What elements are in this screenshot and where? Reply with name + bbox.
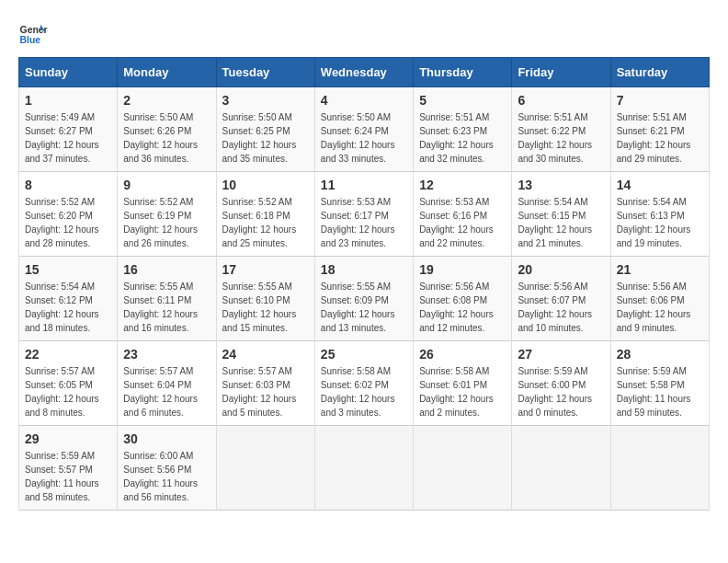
day-info: Sunrise: 5:51 AM Sunset: 6:21 PM Dayligh… [617,110,703,166]
day-info: Sunrise: 5:54 AM Sunset: 6:12 PM Dayligh… [25,280,111,335]
day-header-saturday: Saturday [610,58,709,87]
day-info: Sunrise: 5:57 AM Sunset: 6:03 PM Dayligh… [222,364,309,419]
day-info: Sunrise: 5:56 AM Sunset: 6:07 PM Dayligh… [518,280,604,335]
calendar-table: SundayMondayTuesdayWednesdayThursdayFrid… [18,57,710,511]
calendar-cell: 30 Sunrise: 6:00 AM Sunset: 5:56 PM Dayl… [118,426,216,511]
day-info: Sunrise: 5:57 AM Sunset: 6:05 PM Dayligh… [25,364,111,419]
week-row-4: 22 Sunrise: 5:57 AM Sunset: 6:05 PM Dayl… [19,341,710,426]
day-number: 5 [419,93,506,108]
day-info: Sunrise: 5:53 AM Sunset: 6:16 PM Dayligh… [419,195,506,250]
week-row-1: 1 Sunrise: 5:49 AM Sunset: 6:27 PM Dayli… [19,87,710,172]
calendar-cell: 7 Sunrise: 5:51 AM Sunset: 6:21 PM Dayli… [610,87,709,172]
calendar-cell: 17 Sunrise: 5:55 AM Sunset: 6:10 PM Dayl… [216,257,314,341]
calendar-cell: 14 Sunrise: 5:54 AM Sunset: 6:13 PM Dayl… [610,172,709,257]
svg-text:Blue: Blue [20,35,41,45]
day-header-friday: Friday [512,58,610,87]
day-info: Sunrise: 5:49 AM Sunset: 6:27 PM Dayligh… [25,110,111,166]
day-info: Sunrise: 5:52 AM Sunset: 6:18 PM Dayligh… [222,195,309,250]
calendar-cell: 2 Sunrise: 5:50 AM Sunset: 6:26 PM Dayli… [118,87,216,172]
calendar-cell: 24 Sunrise: 5:57 AM Sunset: 6:03 PM Dayl… [216,341,314,426]
calendar-cell: 28 Sunrise: 5:59 AM Sunset: 5:58 PM Dayl… [610,341,709,426]
day-info: Sunrise: 5:54 AM Sunset: 6:15 PM Dayligh… [518,195,604,250]
day-number: 30 [123,431,210,446]
logo: General Blue [18,18,48,48]
day-number: 16 [123,262,210,277]
day-number: 7 [617,93,703,108]
day-header-thursday: Thursday [414,58,512,87]
day-number: 17 [222,262,309,277]
day-info: Sunrise: 5:50 AM Sunset: 6:25 PM Dayligh… [222,110,309,166]
day-header-tuesday: Tuesday [216,58,314,87]
day-number: 12 [419,178,506,192]
day-number: 28 [617,347,703,362]
day-number: 1 [25,93,111,108]
calendar-cell: 1 Sunrise: 5:49 AM Sunset: 6:27 PM Dayli… [19,87,118,172]
calendar-cell: 25 Sunrise: 5:58 AM Sunset: 6:02 PM Dayl… [314,341,413,426]
day-info: Sunrise: 6:00 AM Sunset: 5:56 PM Dayligh… [123,449,210,504]
day-number: 2 [123,93,210,108]
calendar-body: 1 Sunrise: 5:49 AM Sunset: 6:27 PM Dayli… [19,87,710,511]
day-number: 26 [419,347,506,362]
page-header: General Blue [18,18,710,48]
calendar-cell: 26 Sunrise: 5:58 AM Sunset: 6:01 PM Dayl… [414,341,512,426]
calendar-cell [414,426,512,511]
day-number: 6 [518,93,604,108]
day-number: 10 [222,178,309,192]
day-number: 9 [123,178,210,192]
calendar-cell: 5 Sunrise: 5:51 AM Sunset: 6:23 PM Dayli… [414,87,512,172]
day-number: 4 [321,93,407,108]
week-row-2: 8 Sunrise: 5:52 AM Sunset: 6:20 PM Dayli… [19,172,710,257]
day-number: 22 [25,347,111,362]
day-number: 13 [518,178,604,192]
calendar-cell: 13 Sunrise: 5:54 AM Sunset: 6:15 PM Dayl… [512,172,610,257]
day-number: 27 [518,347,604,362]
calendar-cell: 15 Sunrise: 5:54 AM Sunset: 6:12 PM Dayl… [19,257,118,341]
calendar-cell: 22 Sunrise: 5:57 AM Sunset: 6:05 PM Dayl… [19,341,118,426]
calendar-cell: 21 Sunrise: 5:56 AM Sunset: 6:06 PM Dayl… [610,257,709,341]
calendar-cell: 10 Sunrise: 5:52 AM Sunset: 6:18 PM Dayl… [216,172,314,257]
day-number: 20 [518,262,604,277]
day-header-sunday: Sunday [19,58,118,87]
day-info: Sunrise: 5:51 AM Sunset: 6:22 PM Dayligh… [518,110,604,166]
calendar-cell: 16 Sunrise: 5:55 AM Sunset: 6:11 PM Dayl… [118,257,216,341]
logo-icon: General Blue [18,18,48,48]
day-info: Sunrise: 5:59 AM Sunset: 5:58 PM Dayligh… [617,364,703,419]
day-number: 19 [419,262,506,277]
day-info: Sunrise: 5:58 AM Sunset: 6:02 PM Dayligh… [321,364,407,419]
day-number: 24 [222,347,309,362]
day-number: 18 [321,262,407,277]
day-info: Sunrise: 5:58 AM Sunset: 6:01 PM Dayligh… [419,364,506,419]
calendar-cell: 8 Sunrise: 5:52 AM Sunset: 6:20 PM Dayli… [19,172,118,257]
calendar-cell: 29 Sunrise: 5:59 AM Sunset: 5:57 PM Dayl… [19,426,118,511]
day-info: Sunrise: 5:55 AM Sunset: 6:10 PM Dayligh… [222,280,309,335]
calendar-cell: 4 Sunrise: 5:50 AM Sunset: 6:24 PM Dayli… [314,87,413,172]
day-info: Sunrise: 5:59 AM Sunset: 5:57 PM Dayligh… [25,449,111,504]
calendar-cell: 11 Sunrise: 5:53 AM Sunset: 6:17 PM Dayl… [314,172,413,257]
calendar-cell [610,426,709,511]
day-number: 3 [222,93,309,108]
calendar-cell [314,426,413,511]
day-number: 8 [25,178,111,192]
calendar-cell [512,426,610,511]
day-header-monday: Monday [118,58,216,87]
calendar-cell: 12 Sunrise: 5:53 AM Sunset: 6:16 PM Dayl… [414,172,512,257]
day-number: 11 [321,178,407,192]
day-header-wednesday: Wednesday [314,58,413,87]
calendar-cell: 19 Sunrise: 5:56 AM Sunset: 6:08 PM Dayl… [414,257,512,341]
day-info: Sunrise: 5:56 AM Sunset: 6:06 PM Dayligh… [617,280,703,335]
day-info: Sunrise: 5:53 AM Sunset: 6:17 PM Dayligh… [321,195,407,250]
day-number: 14 [617,178,703,192]
day-info: Sunrise: 5:51 AM Sunset: 6:23 PM Dayligh… [419,110,506,166]
day-number: 23 [123,347,210,362]
day-number: 29 [25,431,111,446]
week-row-3: 15 Sunrise: 5:54 AM Sunset: 6:12 PM Dayl… [19,257,710,341]
calendar-cell: 18 Sunrise: 5:55 AM Sunset: 6:09 PM Dayl… [314,257,413,341]
day-info: Sunrise: 5:55 AM Sunset: 6:11 PM Dayligh… [123,280,210,335]
calendar-header-row: SundayMondayTuesdayWednesdayThursdayFrid… [19,58,710,87]
day-info: Sunrise: 5:57 AM Sunset: 6:04 PM Dayligh… [123,364,210,419]
calendar-cell [216,426,314,511]
calendar-cell: 20 Sunrise: 5:56 AM Sunset: 6:07 PM Dayl… [512,257,610,341]
calendar-cell: 3 Sunrise: 5:50 AM Sunset: 6:25 PM Dayli… [216,87,314,172]
day-info: Sunrise: 5:56 AM Sunset: 6:08 PM Dayligh… [419,280,506,335]
day-number: 25 [321,347,407,362]
